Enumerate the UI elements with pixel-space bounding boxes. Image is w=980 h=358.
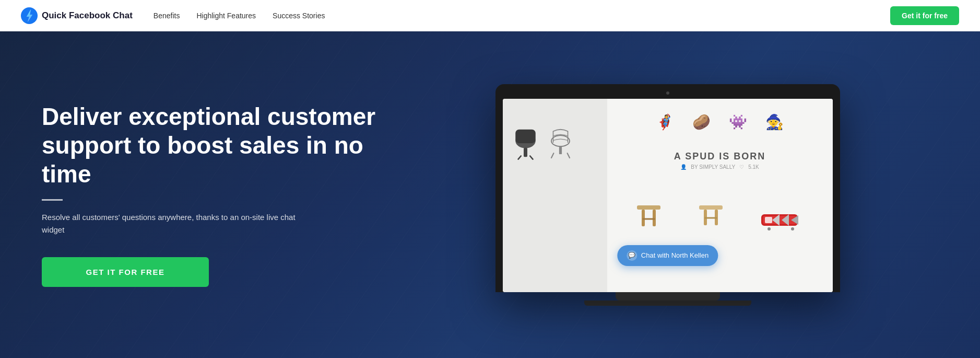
navbar-title: Quick Facebook Chat — [42, 10, 133, 21]
character-captain: 🦸 — [652, 109, 678, 135]
navbar: Quick Facebook Chat Benefits Highlight F… — [0, 0, 980, 31]
screen-product-title: A SPUD IS BORN — [618, 151, 822, 162]
laptop-mockup: 🦸 🥔 👾 🧙 A SPUD IS BORN 👤 BY SIMPLY SALLY — [495, 84, 840, 306]
svg-point-28 — [768, 227, 771, 230]
svg-rect-16 — [653, 210, 656, 226]
character-row: 🦸 🥔 👾 🧙 — [618, 109, 822, 135]
nav-link-benefits[interactable]: Benefits — [154, 11, 180, 20]
subtitle-likes: 5.1K — [748, 164, 759, 170]
screen-title-section: A SPUD IS BORN 👤 BY SIMPLY SALLY ♡ 5.1K — [618, 151, 822, 170]
nav-link-stories[interactable]: Success Stories — [273, 11, 325, 20]
svg-point-29 — [791, 227, 794, 230]
hero-section: Deliver exceptional customer support to … — [0, 31, 980, 358]
svg-rect-7 — [515, 129, 536, 143]
hero-headline: Deliver exceptional customer support to … — [42, 102, 376, 189]
subtitle-icon: 👤 — [680, 164, 687, 170]
svg-rect-24 — [765, 217, 772, 223]
chat-bubble-icon: 💬 — [627, 250, 637, 261]
chat-bubble-text: Chat with North Kellen — [641, 251, 709, 259]
svg-line-11 — [567, 153, 569, 158]
screen-chairs — [511, 125, 599, 161]
logo-icon — [21, 7, 38, 24]
stool-icon-1 — [634, 191, 663, 233]
svg-line-5 — [518, 156, 521, 159]
screen-product-subtitle: 👤 BY SIMPLY SALLY ♡ 5.1K — [618, 164, 822, 170]
laptop-screen: 🦸 🥔 👾 🧙 A SPUD IS BORN 👤 BY SIMPLY SALLY — [503, 99, 833, 292]
hero-cta-button[interactable]: GET IT FOR FREE — [42, 257, 209, 287]
chair-icon-2 — [546, 125, 575, 161]
svg-rect-14 — [637, 205, 660, 210]
svg-rect-4 — [524, 147, 527, 157]
laptop-base — [584, 301, 751, 306]
laptop-camera — [666, 91, 669, 95]
character-potato: 🥔 — [689, 109, 715, 135]
screen-left-panel — [503, 99, 607, 292]
swiss-knife-icon — [759, 209, 806, 233]
screen-bottom-items — [618, 191, 822, 233]
hero-subtext: Resolve all customers' questions anywher… — [42, 211, 313, 236]
svg-line-10 — [551, 153, 553, 158]
subtitle-by: BY SIMPLY SALLY — [691, 164, 735, 170]
svg-point-8 — [551, 135, 570, 146]
laptop-body: 🦸 🥔 👾 🧙 A SPUD IS BORN 👤 BY SIMPLY SALLY — [495, 84, 840, 292]
nav-link-features[interactable]: Highlight Features — [196, 11, 256, 20]
svg-rect-18 — [699, 205, 723, 210]
svg-line-6 — [530, 156, 533, 159]
navbar-nav: Benefits Highlight Features Success Stor… — [154, 11, 890, 20]
hero-left: Deliver exceptional customer support to … — [42, 102, 376, 287]
hero-right: 🦸 🥔 👾 🧙 A SPUD IS BORN 👤 BY SIMPLY SALLY — [376, 84, 938, 306]
chat-bubble[interactable]: 💬 Chat with North Kellen — [617, 245, 718, 266]
stool-icon-2 — [696, 191, 725, 233]
svg-rect-15 — [642, 210, 645, 226]
navbar-brand[interactable]: Quick Facebook Chat — [21, 7, 133, 24]
navbar-cta-button[interactable]: Get it for free — [890, 6, 959, 25]
character-yoda: 🧙 — [762, 109, 788, 135]
svg-rect-9 — [559, 146, 561, 154]
chair-icon-1 — [511, 125, 540, 161]
subtitle-heart: ♡ — [739, 164, 744, 170]
character-minion: 👾 — [725, 109, 751, 135]
hero-divider — [42, 199, 63, 201]
laptop-stand — [616, 292, 720, 301]
